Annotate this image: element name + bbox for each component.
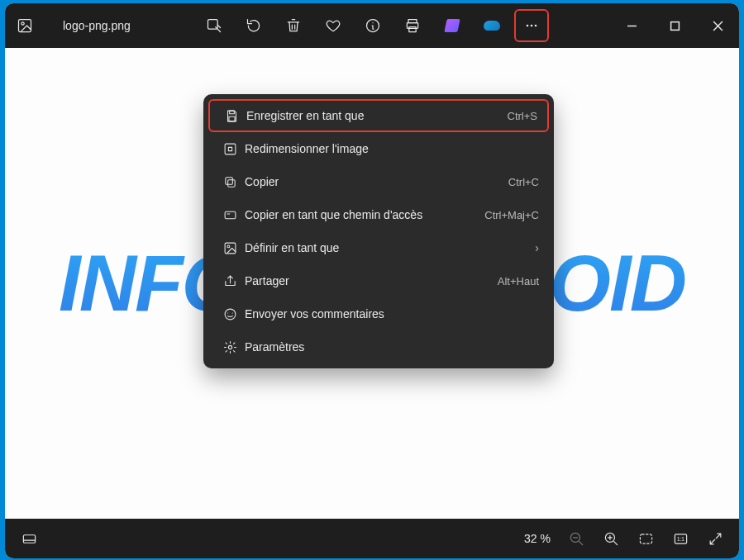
svg-point-9 bbox=[535, 25, 537, 27]
chevron-right-icon: › bbox=[535, 241, 539, 254]
feedback-icon bbox=[218, 307, 241, 321]
onedrive-icon bbox=[484, 21, 500, 31]
svg-rect-24 bbox=[640, 534, 651, 543]
svg-point-18 bbox=[227, 244, 229, 247]
filmstrip-button[interactable] bbox=[12, 522, 46, 555]
menu-item-label: Envoyer vos commentaires bbox=[245, 307, 539, 320]
menu-item-label: Paramètres bbox=[245, 340, 539, 354]
menu-item-label: Copier en tant que chemin d'accès bbox=[245, 208, 484, 221]
share-icon bbox=[218, 274, 241, 288]
toolbar bbox=[197, 3, 549, 48]
svg-rect-6 bbox=[409, 27, 416, 32]
more-button[interactable] bbox=[514, 9, 549, 42]
svg-point-8 bbox=[531, 25, 533, 27]
rotate-button[interactable] bbox=[236, 9, 271, 42]
menu-item-accel: Alt+Haut bbox=[498, 275, 539, 287]
onedrive-button[interactable] bbox=[475, 9, 509, 42]
bottombar: 32 % 1:1 bbox=[5, 519, 739, 558]
svg-point-1 bbox=[21, 22, 24, 25]
window-controls bbox=[610, 3, 739, 48]
print-button[interactable] bbox=[395, 9, 430, 42]
more-context-menu: Enregistrer en tant que Ctrl+S Redimensi… bbox=[203, 94, 554, 368]
svg-point-7 bbox=[527, 25, 529, 27]
menu-item-label: Définir en tant que bbox=[245, 241, 535, 254]
menu-item-copy-path[interactable]: Copier en tant que chemin d'accès Ctrl+M… bbox=[208, 198, 549, 231]
menu-item-copy[interactable]: Copier Ctrl+C bbox=[208, 165, 549, 198]
zoom-in-button[interactable] bbox=[594, 522, 628, 555]
maximize-button[interactable] bbox=[653, 3, 696, 48]
menu-item-share[interactable]: Partager Alt+Haut bbox=[208, 264, 549, 297]
menu-item-label: Partager bbox=[245, 274, 498, 287]
fullscreen-button[interactable] bbox=[698, 522, 732, 555]
info-button[interactable] bbox=[355, 9, 390, 42]
zoom-out-button[interactable] bbox=[559, 522, 594, 555]
clipchamp-icon bbox=[444, 19, 460, 32]
svg-rect-17 bbox=[225, 243, 236, 254]
svg-text:1:1: 1:1 bbox=[677, 535, 684, 541]
copy-path-icon bbox=[218, 208, 241, 222]
titlebar: logo-png.png bbox=[5, 3, 739, 48]
edit-button[interactable] bbox=[197, 9, 231, 42]
save-icon bbox=[220, 109, 243, 123]
menu-item-resize[interactable]: Redimensionner l'image bbox=[208, 132, 549, 165]
svg-rect-15 bbox=[225, 177, 232, 184]
svg-rect-12 bbox=[228, 116, 234, 121]
svg-rect-16 bbox=[225, 211, 236, 219]
app-icon bbox=[5, 17, 45, 34]
clipchamp-button[interactable] bbox=[435, 9, 470, 42]
svg-point-19 bbox=[225, 309, 236, 320]
favorite-button[interactable] bbox=[316, 9, 351, 42]
close-button[interactable] bbox=[696, 3, 739, 48]
svg-rect-0 bbox=[19, 20, 31, 32]
image-canvas[interactable]: INFO24ANDROID Enregistrer en tant que Ct… bbox=[5, 48, 739, 519]
actual-size-button[interactable]: 1:1 bbox=[663, 522, 698, 555]
minimize-button[interactable] bbox=[610, 3, 653, 48]
settings-icon bbox=[218, 340, 241, 354]
fit-to-window-button[interactable] bbox=[628, 522, 663, 555]
menu-item-feedback[interactable]: Envoyer vos commentaires bbox=[208, 297, 549, 330]
menu-item-settings[interactable]: Paramètres bbox=[208, 330, 549, 363]
menu-item-set-as[interactable]: Définir en tant que › bbox=[208, 231, 549, 264]
menu-item-accel: Ctrl+Maj+C bbox=[484, 209, 539, 221]
svg-rect-10 bbox=[670, 21, 679, 30]
svg-point-20 bbox=[228, 345, 231, 349]
svg-rect-4 bbox=[408, 20, 417, 23]
menu-item-accel: Ctrl+C bbox=[508, 176, 539, 188]
filename-label: logo-png.png bbox=[63, 19, 131, 32]
menu-item-accel: Ctrl+S bbox=[508, 110, 537, 122]
svg-rect-11 bbox=[229, 111, 234, 114]
delete-button[interactable] bbox=[276, 9, 311, 42]
set-as-icon bbox=[218, 241, 241, 255]
resize-icon bbox=[218, 142, 241, 156]
menu-item-save-as[interactable]: Enregistrer en tant que Ctrl+S bbox=[208, 99, 549, 132]
menu-item-label: Redimensionner l'image bbox=[245, 142, 539, 155]
zoom-label: 32 % bbox=[524, 532, 551, 545]
svg-rect-14 bbox=[227, 179, 235, 187]
photos-window: logo-png.png bbox=[5, 3, 739, 558]
menu-item-label: Copier bbox=[245, 175, 508, 188]
copy-icon bbox=[218, 175, 241, 189]
menu-item-label: Enregistrer en tant que bbox=[246, 109, 508, 122]
svg-rect-13 bbox=[225, 144, 236, 154]
svg-rect-21 bbox=[23, 534, 35, 543]
